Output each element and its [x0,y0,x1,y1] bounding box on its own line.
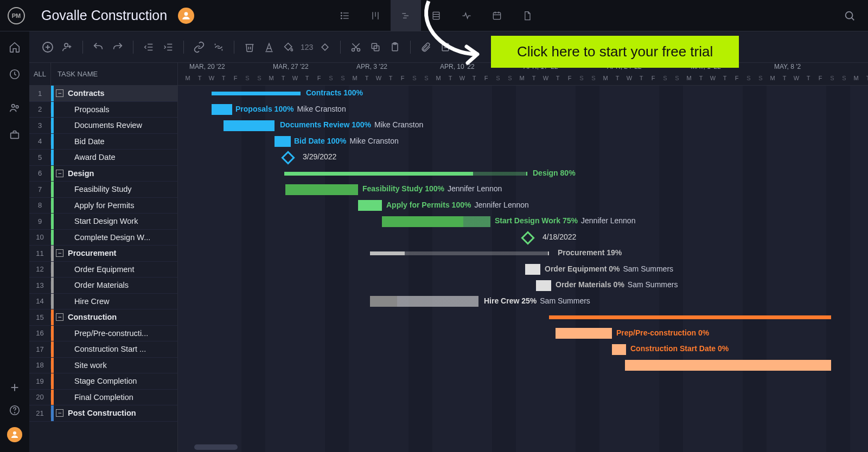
activity-view-icon[interactable] [451,0,482,31]
gantt-task-bar[interactable] [358,200,382,211]
paste-icon[interactable] [387,40,403,55]
collapse-icon[interactable]: − [56,170,63,177]
timeline-day-label: W [206,75,218,86]
indent-icon[interactable] [161,40,176,55]
gantt-summary-bar[interactable] [284,172,527,176]
paint-icon[interactable] [281,40,296,55]
task-row[interactable]: 15−Construction [29,309,177,326]
col-header-all[interactable]: ALL [29,63,51,86]
file-view-icon[interactable] [512,0,542,31]
task-row[interactable]: 8Apply for Permits [29,198,177,214]
add-icon[interactable] [9,382,21,393]
task-row[interactable]: 1−Contracts [29,86,177,102]
horizontal-scrollbar[interactable] [194,444,238,450]
task-name: Order Materials [54,281,177,289]
task-row[interactable]: 21−Post Construction [29,405,177,422]
gantt-task-bar[interactable] [224,120,275,131]
collapse-icon[interactable]: − [56,249,63,257]
task-number: 12 [29,265,51,273]
collapse-icon[interactable]: − [56,313,63,321]
svg-rect-13 [433,12,439,19]
task-row[interactable]: 9Start Design Work [29,214,177,230]
home-icon[interactable] [9,41,21,53]
gantt-task-bar[interactable] [285,184,358,195]
assign-icon[interactable] [60,40,75,55]
note-icon[interactable] [438,40,453,55]
list-view-icon[interactable] [330,0,360,31]
add-task-icon[interactable] [40,40,55,55]
task-row[interactable]: 18Site work [29,358,177,374]
task-row[interactable]: 4Bid Date [29,134,177,150]
timeline-day-label: T [194,75,206,86]
gantt-task-bar[interactable] [370,296,478,307]
timeline-day-label: T [719,75,731,86]
gantt-task-bar[interactable] [212,104,232,115]
logo[interactable]: PM [8,7,25,24]
outdent-icon[interactable] [141,40,156,55]
task-row[interactable]: 10Complete Design W... [29,230,177,246]
task-row[interactable]: 17Construction Start ... [29,341,177,358]
task-number: 10 [29,233,51,241]
redo-icon[interactable] [110,40,125,55]
task-row[interactable]: 13Order Materials [29,277,177,294]
link-icon[interactable] [192,40,207,55]
portfolio-icon[interactable] [9,129,21,141]
gantt-bar-label: Contracts 100% [306,88,363,97]
gantt-task-bar[interactable] [612,344,626,355]
recent-icon[interactable] [9,68,21,80]
task-row[interactable]: 20Final Completion [29,390,177,406]
timeline-day-label: S [504,75,516,86]
gantt-summary-bar[interactable] [370,251,549,255]
timeline-day-label: S [420,75,432,86]
gantt-bar-label: Order Equipment 0%Sam Summers [545,264,673,273]
task-row[interactable]: 14Hire Crew [29,294,177,310]
team-icon[interactable] [9,102,21,114]
gantt-summary-bar[interactable] [549,315,831,319]
task-row[interactable]: 6−Design [29,166,177,182]
gantt-task-bar[interactable] [382,216,490,227]
gantt-row [178,358,868,374]
collapse-icon[interactable]: − [56,89,63,97]
col-header-name[interactable]: TASK NAME [51,70,98,78]
milestone-icon[interactable] [281,151,295,164]
gantt-task-bar[interactable] [525,264,540,275]
task-row[interactable]: 12Order Equipment [29,262,177,278]
timeline-day-label: F [397,75,409,86]
number-format[interactable]: 123 [301,43,313,51]
gantt-body[interactable]: Contracts 100%Proposals 100%Mike Cransto… [178,86,868,452]
milestone-icon[interactable] [521,231,534,244]
text-style-icon[interactable] [261,40,277,55]
undo-icon[interactable] [91,40,106,55]
copy-icon[interactable] [368,40,383,55]
avatar[interactable] [178,8,194,24]
help-icon[interactable] [9,404,21,416]
task-row[interactable]: 11−Procurement [29,246,177,262]
collapse-icon[interactable]: − [56,409,63,417]
user-avatar[interactable] [7,427,22,442]
sheet-view-icon[interactable] [421,0,451,31]
gantt-task-bar[interactable] [556,328,612,339]
timeline-day-label: S [253,75,265,86]
unlink-icon[interactable] [211,40,226,55]
gantt-task-bar[interactable] [275,136,291,147]
task-row[interactable]: 16Prep/Pre-constructi... [29,326,177,342]
attachment-icon[interactable] [418,40,433,55]
board-view-icon[interactable] [360,0,391,31]
task-row[interactable]: 5Award Date [29,150,177,166]
cut-icon[interactable] [348,40,363,55]
milestone-shape-icon[interactable] [317,40,333,55]
task-row[interactable]: 2Proposals [29,102,177,118]
task-row[interactable]: 19Stage Completion [29,373,177,390]
gantt-summary-bar[interactable] [212,92,301,95]
calendar-view-icon[interactable] [482,0,512,31]
search-icon[interactable] [839,5,860,27]
gantt-panel: MAR, 20 '22MAR, 27 '22APR, 3 '22APR, 10 … [178,63,868,452]
gantt-view-icon[interactable] [391,0,421,31]
task-row[interactable]: 3Documents Review [29,118,177,134]
cta-banner[interactable]: Click here to start your free trial [491,36,739,68]
gantt-task-bar[interactable] [625,360,831,371]
task-row[interactable]: 7Feasibility Study [29,182,177,198]
delete-icon[interactable] [242,40,257,55]
gantt-task-bar[interactable] [536,280,551,291]
svg-line-21 [852,17,854,20]
